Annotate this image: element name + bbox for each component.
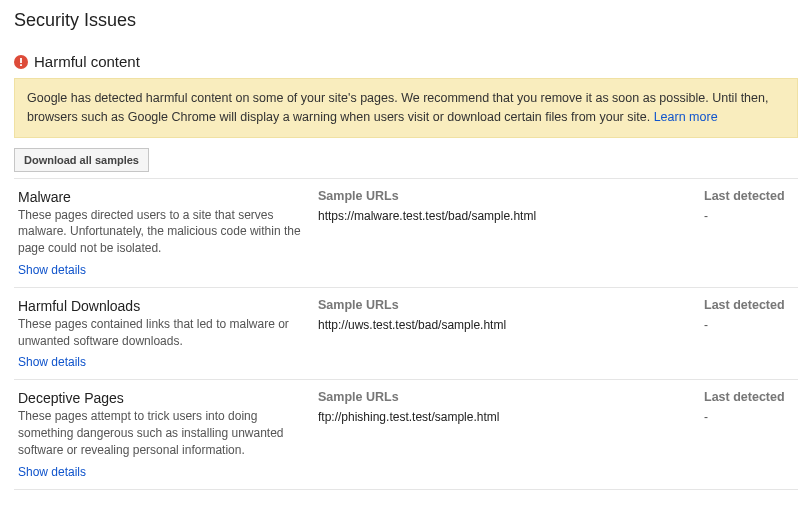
- show-details-link[interactable]: Show details: [18, 263, 86, 277]
- page-title: Security Issues: [14, 10, 798, 31]
- last-detected-value: -: [704, 410, 794, 424]
- show-details-link[interactable]: Show details: [18, 465, 86, 479]
- learn-more-link[interactable]: Learn more: [654, 110, 718, 124]
- issue-row: Harmful Downloads These pages contained …: [14, 288, 798, 381]
- last-detected-header: Last detected: [704, 390, 794, 404]
- download-all-samples-button[interactable]: Download all samples: [14, 148, 149, 172]
- show-details-link[interactable]: Show details: [18, 355, 86, 369]
- issue-description: These pages directed users to a site tha…: [18, 207, 304, 257]
- alert-banner: Google has detected harmful content on s…: [14, 78, 798, 138]
- issue-title: Malware: [18, 189, 304, 205]
- sample-urls-header: Sample URLs: [318, 189, 690, 203]
- sample-urls-header: Sample URLs: [318, 390, 690, 404]
- issue-row: Malware These pages directed users to a …: [14, 179, 798, 288]
- svg-rect-1: [20, 58, 22, 63]
- sample-url: http://uws.test.test/bad/sample.html: [318, 318, 690, 332]
- sample-urls-header: Sample URLs: [318, 298, 690, 312]
- issue-row: Deceptive Pages These pages attempt to t…: [14, 380, 798, 489]
- section-heading: Harmful content: [34, 53, 140, 70]
- issue-title: Harmful Downloads: [18, 298, 304, 314]
- sample-url: ftp://phishing.test.test/sample.html: [318, 410, 690, 424]
- issues-list: Malware These pages directed users to a …: [14, 178, 798, 490]
- issue-title: Deceptive Pages: [18, 390, 304, 406]
- issue-description: These pages contained links that led to …: [18, 316, 304, 350]
- last-detected-value: -: [704, 209, 794, 223]
- last-detected-value: -: [704, 318, 794, 332]
- section-header: Harmful content: [14, 53, 798, 70]
- issue-description: These pages attempt to trick users into …: [18, 408, 304, 458]
- alert-icon: [14, 55, 28, 69]
- last-detected-header: Last detected: [704, 298, 794, 312]
- sample-url: https://malware.test.test/bad/sample.htm…: [318, 209, 690, 223]
- last-detected-header: Last detected: [704, 189, 794, 203]
- svg-rect-2: [20, 64, 22, 66]
